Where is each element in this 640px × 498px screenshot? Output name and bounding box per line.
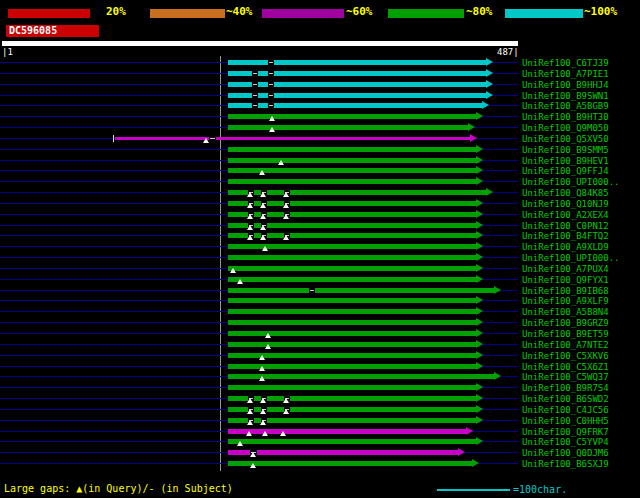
alignment-bar[interactable] bbox=[228, 255, 476, 260]
subject-gap-marker bbox=[252, 82, 258, 87]
hit-label[interactable]: UniRef100_B9SWN1 bbox=[522, 91, 609, 101]
hit-label[interactable]: UniRef100_A7PUX4 bbox=[522, 264, 609, 274]
alignment-bar[interactable] bbox=[228, 374, 494, 379]
subject-gap-marker bbox=[209, 136, 216, 141]
query-gap-triangle-icon bbox=[260, 409, 266, 414]
hit-label[interactable]: UniRef100_Q9FFJ4 bbox=[522, 166, 609, 176]
hit-label[interactable]: UniRef100_B9HT30 bbox=[522, 112, 609, 122]
query-gap-triangle-icon bbox=[283, 235, 289, 240]
hit-label[interactable]: UniRef100_Q84K85 bbox=[522, 188, 609, 198]
arrowhead-icon bbox=[482, 101, 489, 109]
hit-label[interactable]: UniRef100_B9HEV1 bbox=[522, 156, 609, 166]
query-gap-triangle-icon bbox=[247, 420, 253, 425]
alignment-bar[interactable] bbox=[228, 168, 476, 173]
arrowhead-icon bbox=[494, 286, 501, 294]
alignment-bar[interactable] bbox=[228, 298, 476, 303]
hit-label[interactable]: UniRef100_C0PN12 bbox=[522, 221, 609, 231]
hit-label[interactable]: UniRef100_Q9FYX1 bbox=[522, 275, 609, 285]
hit-label[interactable]: UniRef100_A5B8N4 bbox=[522, 307, 609, 317]
hit-label[interactable]: UniRef100_A9XLD9 bbox=[522, 242, 609, 252]
alignment-bar[interactable] bbox=[228, 103, 482, 108]
arrowhead-icon bbox=[476, 394, 483, 402]
alignment-row: UniRef100_A7PIE1 bbox=[0, 68, 640, 79]
alignment-row: UniRef100_A9XLD9 bbox=[0, 241, 640, 252]
key-label: ~100% bbox=[584, 5, 617, 18]
hit-label[interactable]: UniRef100_B9SMM5 bbox=[522, 145, 609, 155]
hit-label[interactable]: UniRef100_B9GRZ9 bbox=[522, 318, 609, 328]
hit-label[interactable]: UniRef100_C4JC56 bbox=[522, 405, 609, 415]
alignment-bar[interactable] bbox=[228, 147, 476, 152]
hit-label[interactable]: UniRef100_B9R7S4 bbox=[522, 383, 609, 393]
hit-label[interactable]: UniRef100_A7PIE1 bbox=[522, 69, 609, 79]
alignment-bar[interactable] bbox=[228, 364, 476, 369]
alignment-row: UniRef100_B9GRZ9 bbox=[0, 317, 640, 328]
query-gap-triangle-icon bbox=[247, 214, 253, 219]
alignment-bar[interactable] bbox=[115, 137, 470, 140]
orange-key-segment bbox=[150, 9, 225, 18]
arrowhead-icon bbox=[476, 275, 483, 283]
hit-label[interactable]: UniRef100_C6TJ39 bbox=[522, 58, 609, 68]
gap-dash-icon bbox=[310, 290, 314, 291]
arrowhead-icon bbox=[476, 437, 483, 445]
hit-label[interactable]: UniRef100_B4FTQ2 bbox=[522, 231, 609, 241]
query-gap-triangle-icon bbox=[265, 344, 271, 349]
alignment-row: UniRef100_C5WQ37 bbox=[0, 371, 640, 382]
query-gap-triangle-icon bbox=[283, 214, 289, 219]
alignment-bar[interactable] bbox=[228, 450, 458, 455]
hit-label[interactable]: UniRef100_Q9FRK7 bbox=[522, 427, 609, 437]
hit-label[interactable]: UniRef100_B6SWD2 bbox=[522, 394, 609, 404]
alignment-bar[interactable] bbox=[228, 385, 476, 390]
query-gap-triangle-icon bbox=[260, 225, 266, 230]
gap-dash-icon bbox=[269, 84, 273, 85]
alignment-bar[interactable] bbox=[228, 93, 486, 98]
hit-label[interactable]: UniRef100_Q0DJM6 bbox=[522, 448, 609, 458]
alignment-bar[interactable] bbox=[228, 353, 476, 358]
alignment-bar[interactable] bbox=[228, 179, 476, 184]
arrowhead-icon bbox=[458, 448, 465, 456]
hit-label[interactable]: UniRef100_B6SXJ9 bbox=[522, 459, 609, 469]
alignment-bar[interactable] bbox=[228, 288, 494, 293]
alignment-bar[interactable] bbox=[228, 82, 486, 87]
alignment-bar[interactable] bbox=[228, 461, 472, 466]
hit-label[interactable]: UniRef100_Q9M050 bbox=[522, 123, 609, 133]
hit-label[interactable]: UniRef100_C0HHH5 bbox=[522, 416, 609, 426]
alignment-bar[interactable] bbox=[228, 158, 476, 163]
gap-legend: Large gaps: ▲(in Query)/- (in Subject) bbox=[4, 483, 233, 494]
hit-label[interactable]: UniRef100_C5X6Z1 bbox=[522, 362, 609, 372]
alignment-bar[interactable] bbox=[228, 125, 468, 130]
alignment-bar[interactable] bbox=[228, 309, 476, 314]
query-end-label: 487| bbox=[497, 47, 519, 57]
alignment-row: UniRef100_B4FTQ2 bbox=[0, 230, 640, 241]
hit-label[interactable]: UniRef100_A9XLF9 bbox=[522, 296, 609, 306]
hit-label[interactable]: UniRef100_C5XKV6 bbox=[522, 351, 609, 361]
alignment-bar[interactable] bbox=[228, 277, 476, 282]
hit-label[interactable]: UniRef100_A7NTE2 bbox=[522, 340, 609, 350]
alignment-bar[interactable] bbox=[228, 439, 476, 444]
arrowhead-icon bbox=[476, 145, 483, 153]
hit-label[interactable]: UniRef100_UPI000.. bbox=[522, 253, 620, 263]
gap-dash-icon bbox=[210, 138, 215, 139]
subject-gap-marker bbox=[309, 288, 315, 293]
query-gap-triangle-icon bbox=[246, 431, 252, 436]
alignment-bar[interactable] bbox=[228, 266, 476, 271]
gap-dash-icon bbox=[269, 73, 273, 74]
hit-label[interactable]: UniRef100_B9ET59 bbox=[522, 329, 609, 339]
query-gap-triangle-icon bbox=[250, 452, 256, 457]
query-gap-triangle-icon bbox=[262, 431, 268, 436]
alignment-bar[interactable] bbox=[228, 60, 486, 65]
hit-label[interactable]: UniRef100_UPI000.. bbox=[522, 177, 620, 187]
hit-label[interactable]: UniRef100_B9HHJ4 bbox=[522, 80, 609, 90]
query-gap-triangle-icon bbox=[265, 333, 271, 338]
alignment-bar[interactable] bbox=[228, 320, 476, 325]
alignment-bar[interactable] bbox=[228, 71, 486, 76]
hit-label[interactable]: UniRef100_B9IB68 bbox=[522, 286, 609, 296]
hit-label[interactable]: UniRef100_C5WQ37 bbox=[522, 372, 609, 382]
key-label: ~60% bbox=[346, 5, 373, 18]
arrowhead-icon bbox=[470, 134, 477, 142]
hit-label[interactable]: UniRef100_C5YVP4 bbox=[522, 437, 609, 447]
hit-label[interactable]: UniRef100_Q5XV50 bbox=[522, 134, 609, 144]
alignment-bar[interactable] bbox=[228, 114, 476, 119]
hit-label[interactable]: UniRef100_A2XEX4 bbox=[522, 210, 609, 220]
hit-label[interactable]: UniRef100_Q10NJ9 bbox=[522, 199, 609, 209]
hit-label[interactable]: UniRef100_A5BGB9 bbox=[522, 101, 609, 111]
